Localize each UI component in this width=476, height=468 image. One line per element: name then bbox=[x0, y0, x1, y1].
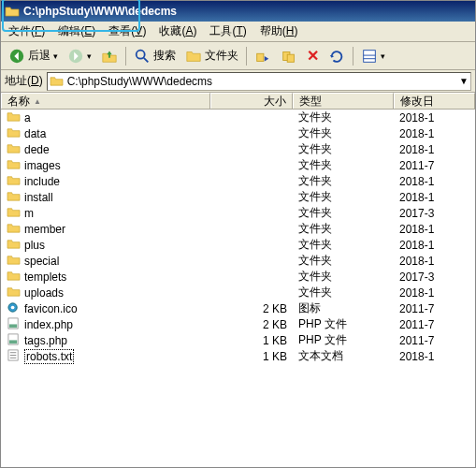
undo-button[interactable] bbox=[325, 45, 349, 67]
cell-name: data bbox=[1, 126, 210, 141]
cell-name: uploads bbox=[1, 285, 210, 300]
cell-type: 文件夹 bbox=[293, 173, 394, 189]
filename-label: member bbox=[24, 223, 65, 236]
cell-name: a bbox=[1, 110, 210, 125]
list-item[interactable]: m文件夹2017-3 bbox=[1, 205, 475, 221]
cell-name: special bbox=[1, 254, 210, 269]
cell-type: PHP 文件 bbox=[293, 332, 394, 348]
list-item[interactable]: special文件夹2018-1 bbox=[1, 253, 475, 269]
folders-button[interactable]: 文件夹 bbox=[181, 45, 242, 67]
folder-icon bbox=[7, 142, 21, 157]
cell-type: PHP 文件 bbox=[293, 316, 394, 332]
col-size[interactable]: 大小 bbox=[210, 93, 293, 109]
back-button[interactable]: 后退 ▾ bbox=[5, 45, 62, 67]
forward-button[interactable]: ▾ bbox=[64, 45, 95, 67]
list-item[interactable]: member文件夹2018-1 bbox=[1, 221, 475, 237]
cell-modified: 2018-1 bbox=[394, 255, 475, 268]
list-item[interactable]: plus文件夹2018-1 bbox=[1, 237, 475, 253]
views-icon bbox=[361, 48, 378, 65]
cell-modified: 2011-7 bbox=[394, 318, 475, 331]
list-item[interactable]: install文件夹2018-1 bbox=[1, 189, 475, 205]
filename-label: data bbox=[24, 127, 46, 140]
copy-button[interactable] bbox=[277, 45, 301, 67]
filename-label: images bbox=[24, 159, 61, 172]
menu-tools[interactable]: 工具(T) bbox=[206, 22, 250, 41]
delete-button[interactable]: ✕ bbox=[303, 45, 323, 67]
svg-rect-14 bbox=[9, 340, 17, 344]
address-bar: 地址(D) ▼ bbox=[1, 70, 475, 93]
menu-favorites[interactable]: 收藏(A) bbox=[155, 22, 200, 41]
filename-label: favicon.ico bbox=[24, 302, 78, 315]
move-button[interactable] bbox=[251, 45, 275, 67]
separator bbox=[353, 47, 353, 66]
cell-name: favicon.ico bbox=[1, 301, 210, 316]
svg-rect-3 bbox=[257, 53, 264, 61]
folder-icon bbox=[7, 270, 21, 285]
address-input[interactable] bbox=[67, 75, 455, 88]
folder-icon bbox=[7, 110, 21, 125]
filename-label: dede bbox=[24, 143, 50, 156]
file-list[interactable]: a文件夹2018-1data文件夹2018-1dede文件夹2018-1imag… bbox=[1, 110, 475, 467]
list-item[interactable]: favicon.ico2 KB图标2011-7 bbox=[1, 300, 475, 316]
views-button[interactable]: ▾ bbox=[357, 45, 389, 67]
toolbar: 后退 ▾ ▾ 搜索 文件夹 ✕ ▾ bbox=[1, 42, 475, 70]
svg-rect-6 bbox=[364, 50, 376, 62]
cell-name: tags.php bbox=[1, 333, 210, 348]
list-item[interactable]: templets文件夹2017-3 bbox=[1, 269, 475, 285]
cell-name: include bbox=[1, 174, 210, 189]
cell-size: 2 KB bbox=[210, 302, 293, 315]
cell-modified: 2018-1 bbox=[394, 143, 475, 156]
filename-label: install bbox=[24, 191, 53, 204]
move-icon bbox=[254, 48, 271, 65]
cell-type: 文件夹 bbox=[293, 110, 394, 125]
list-item[interactable]: include文件夹2018-1 bbox=[1, 173, 475, 189]
filename-label: a bbox=[24, 111, 31, 124]
cell-modified: 2017-3 bbox=[394, 207, 475, 220]
folder-up-icon bbox=[101, 48, 118, 65]
folder-icon bbox=[7, 206, 21, 221]
col-type[interactable]: 类型 bbox=[293, 93, 394, 109]
cell-name: member bbox=[1, 222, 210, 237]
cell-type: 文件夹 bbox=[293, 221, 394, 237]
cell-type: 文件夹 bbox=[293, 141, 394, 157]
filename-label: m bbox=[24, 207, 34, 220]
filename-label: index.php bbox=[24, 318, 73, 331]
folders-icon bbox=[185, 48, 202, 65]
cell-type: 文件夹 bbox=[293, 157, 394, 173]
list-item[interactable]: a文件夹2018-1 bbox=[1, 110, 475, 125]
search-label: 搜索 bbox=[153, 48, 176, 64]
list-item[interactable]: data文件夹2018-1 bbox=[1, 125, 475, 141]
menubar: 文件(F) 编辑(E) 查看(V) 收藏(A) 工具(T) 帮助(H) bbox=[1, 22, 475, 42]
address-box[interactable]: ▼ bbox=[47, 72, 471, 91]
svg-point-10 bbox=[11, 305, 15, 309]
cell-modified: 2018-1 bbox=[394, 223, 475, 236]
back-label: 后退 bbox=[28, 48, 50, 64]
list-item[interactable]: dede文件夹2018-1 bbox=[1, 141, 475, 157]
list-item[interactable]: uploads文件夹2018-1 bbox=[1, 285, 475, 300]
list-item[interactable]: robots.txt1 KB文本文档2018-1 bbox=[1, 348, 475, 364]
back-arrow-icon bbox=[8, 48, 25, 65]
col-name[interactable]: 名称 bbox=[1, 93, 210, 109]
folder-icon bbox=[7, 190, 21, 205]
folder-icon bbox=[7, 285, 21, 300]
cell-modified: 2018-1 bbox=[394, 191, 475, 204]
folder-icon bbox=[7, 254, 21, 269]
up-button[interactable] bbox=[97, 45, 122, 67]
cell-modified: 2018-1 bbox=[394, 127, 475, 140]
address-go-icon[interactable]: ▼ bbox=[459, 76, 469, 86]
menu-view[interactable]: 查看(V) bbox=[105, 22, 150, 41]
cell-name: templets bbox=[1, 270, 210, 285]
php-icon bbox=[7, 317, 21, 332]
list-item[interactable]: images文件夹2011-7 bbox=[1, 157, 475, 173]
search-button[interactable]: 搜索 bbox=[130, 45, 180, 67]
cell-type: 文件夹 bbox=[293, 189, 394, 205]
menu-file[interactable]: 文件(F) bbox=[5, 22, 49, 41]
filename-label: tags.php bbox=[24, 334, 67, 347]
menu-edit[interactable]: 编辑(E) bbox=[54, 22, 99, 41]
list-item[interactable]: tags.php1 KBPHP 文件2011-7 bbox=[1, 332, 475, 348]
col-modified[interactable]: 修改日 bbox=[394, 93, 475, 109]
menu-help[interactable]: 帮助(H) bbox=[256, 22, 302, 41]
cell-modified: 2011-7 bbox=[394, 159, 475, 172]
cell-modified: 2018-1 bbox=[394, 239, 475, 252]
list-item[interactable]: index.php2 KBPHP 文件2011-7 bbox=[1, 316, 475, 332]
